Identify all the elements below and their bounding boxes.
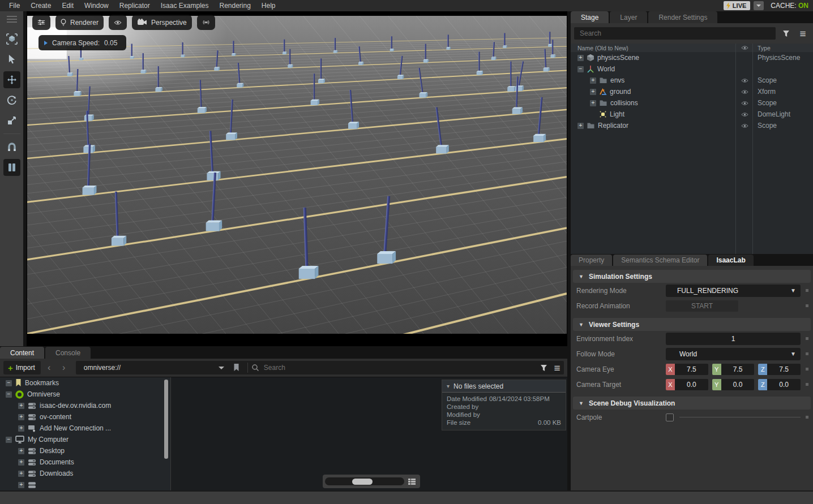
- menu-rendering[interactable]: Rendering: [219, 2, 250, 10]
- section-viewer-settings[interactable]: Viewer Settings: [573, 318, 811, 331]
- visibility-toggle[interactable]: [736, 112, 753, 117]
- tree-item-server[interactable]: ov-content: [0, 411, 170, 423]
- stage-filter-button[interactable]: [779, 27, 793, 40]
- viewport-settings-button[interactable]: [32, 15, 50, 30]
- scale-tool-icon[interactable]: [3, 112, 20, 129]
- tree-scrollbar[interactable]: [164, 380, 168, 459]
- menu-edit[interactable]: Edit: [62, 2, 74, 10]
- follow-mode-dropdown[interactable]: World: [666, 348, 801, 360]
- visibility-toggle[interactable]: [736, 89, 753, 94]
- back-button[interactable]: [43, 363, 55, 373]
- tab-layer[interactable]: Layer: [610, 11, 647, 23]
- expand-icon[interactable]: [590, 89, 596, 95]
- zoom-slider[interactable]: [325, 477, 404, 485]
- tree-item-desktop[interactable]: Desktop: [0, 445, 170, 456]
- live-button[interactable]: LIVE: [724, 1, 750, 10]
- collapse-icon[interactable]: [6, 391, 12, 398]
- expand-icon[interactable]: [590, 77, 596, 84]
- content-options-button[interactable]: [550, 361, 564, 374]
- expand-icon[interactable]: [18, 471, 24, 477]
- stage-row-physicsscene[interactable]: physicsScene PhysicsScene: [571, 52, 813, 63]
- tab-console[interactable]: Console: [45, 347, 91, 359]
- import-button[interactable]: Import: [3, 361, 41, 374]
- expand-icon[interactable]: [18, 459, 24, 466]
- column-name[interactable]: Name (Old to New): [571, 45, 736, 51]
- expand-icon[interactable]: [18, 482, 24, 488]
- collapse-icon[interactable]: [6, 380, 12, 386]
- camera-dropdown[interactable]: Perspective: [132, 15, 192, 30]
- expand-icon[interactable]: [18, 448, 24, 454]
- menu-help[interactable]: Help: [262, 2, 276, 10]
- expand-icon[interactable]: [577, 123, 584, 129]
- stage-search-input[interactable]: [574, 27, 776, 40]
- info-panel-header[interactable]: No files selected: [442, 380, 566, 393]
- select-tool-icon[interactable]: [3, 51, 20, 68]
- menu-isaac-examples[interactable]: Isaac Examples: [161, 2, 209, 10]
- rendering-mode-dropdown[interactable]: FULL_RENDERING: [666, 285, 801, 297]
- cartpole-checkbox[interactable]: [666, 413, 674, 421]
- visibility-toggle[interactable]: [736, 101, 753, 106]
- tree-item-my-computer[interactable]: My Computer: [0, 434, 170, 445]
- stage-row-ground[interactable]: ground Xform: [571, 86, 813, 97]
- camera-target-y-field[interactable]: 0.0: [721, 379, 755, 390]
- menu-create[interactable]: Create: [31, 2, 51, 10]
- collapse-icon[interactable]: [577, 66, 584, 72]
- start-button[interactable]: START: [666, 300, 738, 312]
- stage-row-collisions[interactable]: collisions Scope: [571, 97, 813, 109]
- stage-row-light[interactable]: Light DomeLight: [571, 109, 813, 120]
- tree-item-server[interactable]: isaac-dev.ov.nvidia.com: [0, 400, 170, 411]
- expand-icon[interactable]: [18, 414, 24, 420]
- file-grid-area[interactable]: No files selected Date Modified08/14/202…: [171, 377, 567, 490]
- forward-button[interactable]: [58, 363, 70, 373]
- capture-button[interactable]: [197, 15, 215, 30]
- pause-button-icon[interactable]: [3, 159, 20, 176]
- tree-item-omniverse[interactable]: Omniverse: [0, 389, 170, 400]
- path-dropdown-icon[interactable]: [219, 367, 224, 372]
- content-search-input[interactable]: [259, 364, 537, 372]
- section-scene-debug-visualization[interactable]: Scene Debug Visualization: [573, 397, 811, 410]
- zoom-slider-thumb[interactable]: [352, 479, 373, 485]
- expand-icon[interactable]: [18, 425, 24, 432]
- move-tool-icon[interactable]: [3, 71, 20, 88]
- menu-window[interactable]: Window: [84, 2, 109, 10]
- tree-item-partial[interactable]: [0, 479, 170, 490]
- visibility-toggle[interactable]: [736, 123, 753, 128]
- stage-row-world[interactable]: World: [571, 63, 813, 75]
- camera-eye-z-field[interactable]: 7.5: [767, 364, 801, 375]
- frame-select-tool-icon[interactable]: [3, 31, 20, 48]
- tab-content[interactable]: Content: [0, 347, 44, 359]
- camera-target-x-field[interactable]: 0.0: [675, 379, 708, 390]
- stage-row-replicator[interactable]: Replicator Scope: [571, 120, 813, 131]
- tab-render-settings[interactable]: Render Settings: [648, 11, 717, 23]
- view-mode-button[interactable]: [405, 476, 418, 486]
- column-type[interactable]: Type: [753, 45, 813, 51]
- expand-icon[interactable]: [590, 100, 596, 106]
- camera-eye-x-field[interactable]: 7.5: [675, 364, 708, 375]
- toolbar-drag-handle[interactable]: [7, 15, 17, 23]
- bookmark-icon[interactable]: [233, 364, 239, 372]
- expand-icon[interactable]: [577, 55, 584, 61]
- tab-isaaclab[interactable]: IsaacLab: [708, 255, 753, 266]
- collapse-icon[interactable]: [6, 437, 12, 443]
- tree-item-add-connection[interactable]: Add New Connection ...: [0, 423, 170, 434]
- camera-target-z-field[interactable]: 0.0: [767, 379, 801, 390]
- tab-semantics-schema-editor[interactable]: Semantics Schema Editor: [613, 255, 707, 266]
- path-input[interactable]: [76, 364, 216, 372]
- visibility-button[interactable]: [109, 15, 127, 30]
- stage-options-button[interactable]: [796, 27, 810, 40]
- rotate-tool-icon[interactable]: [3, 92, 20, 109]
- tree-item-documents[interactable]: Documents: [0, 456, 170, 468]
- tree-item-bookmarks[interactable]: Bookmarks: [0, 377, 170, 389]
- column-visibility[interactable]: [736, 45, 753, 50]
- tree-item-downloads[interactable]: Downloads: [0, 468, 170, 479]
- section-simulation-settings[interactable]: Simulation Settings: [573, 270, 811, 283]
- environment-index-field[interactable]: 1: [666, 333, 801, 345]
- tab-property[interactable]: Property: [571, 255, 612, 266]
- tab-stage[interactable]: Stage: [571, 11, 609, 23]
- camera-eye-y-field[interactable]: 7.5: [721, 364, 755, 375]
- snap-tool-icon[interactable]: [3, 139, 20, 156]
- renderer-dropdown[interactable]: Renderer: [55, 15, 104, 30]
- viewport-canvas[interactable]: [27, 16, 567, 334]
- menu-file[interactable]: File: [9, 2, 20, 10]
- menu-replicator[interactable]: Replicator: [119, 2, 150, 10]
